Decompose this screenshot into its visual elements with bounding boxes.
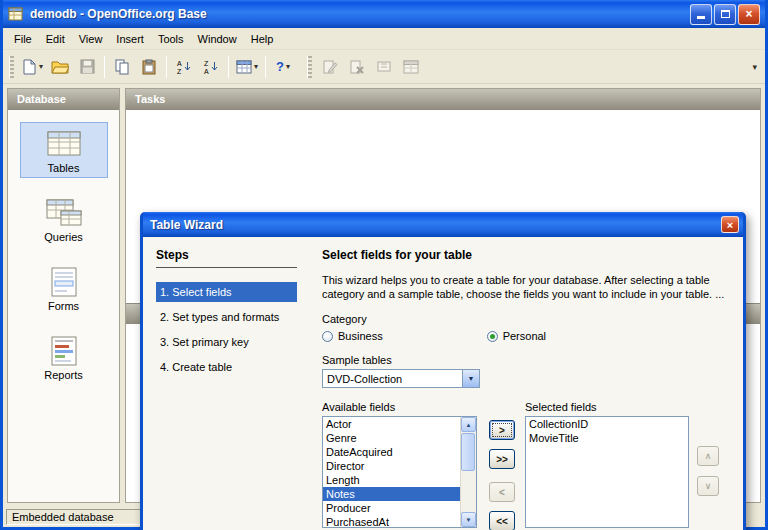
svg-text:Z: Z [204,60,209,67]
form-object-button[interactable]: ▾ [233,54,261,80]
window-titlebar[interactable]: demodb - OpenOffice.org Base × [3,0,765,28]
sidebar-item-label: Queries [44,231,83,243]
sort-descending-button[interactable]: Z A [198,54,224,80]
scrollbar-track[interactable] [461,432,476,512]
radio-personal-circle-icon[interactable] [487,331,498,342]
app-icon [8,6,25,23]
menu-view[interactable]: View [72,30,110,48]
help-button[interactable]: ? ▾ [270,54,296,80]
menu-tools[interactable]: Tools [151,30,191,48]
list-item[interactable]: Director [323,459,460,473]
scroll-up-icon[interactable]: ▲ [461,417,476,432]
list-item[interactable]: MovieTitle [526,431,688,445]
list-item[interactable]: Length [323,473,460,487]
sidebar-item-label: Forms [48,300,79,312]
minimize-button[interactable] [690,4,712,25]
queries-icon [43,197,85,229]
sort-ascending-button[interactable]: A Z [171,54,197,80]
menu-window[interactable]: Window [191,30,244,48]
radio-personal[interactable]: Personal [487,330,546,342]
sidebar-item-queries[interactable]: Queries [20,191,108,247]
wizard-step-1[interactable]: 1. Select fields [156,282,297,302]
sort-descending-icon: Z A [203,59,219,75]
open-database-object-button[interactable] [398,54,424,80]
open-button[interactable] [47,54,73,80]
menu-file[interactable]: File [7,30,39,48]
save-icon [80,59,95,74]
sort-ascending-icon: A Z [176,59,192,75]
toolbar-separator [104,56,105,78]
selected-fields-label: Selected fields [525,401,689,413]
dialog-titlebar[interactable]: Table Wizard × [143,212,743,237]
sidebar-item-label: Tables [48,162,80,174]
close-button[interactable]: × [738,4,760,25]
add-field-button[interactable]: > [489,420,515,440]
list-item[interactable]: Producer [323,501,460,515]
dialog-title: Table Wizard [150,218,721,232]
list-item-selected[interactable]: Notes [323,487,460,501]
scrollbar-thumb[interactable] [461,433,475,471]
list-item[interactable]: Actor [323,417,460,431]
remove-field-button[interactable]: < [489,482,515,502]
new-document-dropdown-icon[interactable]: ▾ [39,62,43,71]
dialog-close-button[interactable]: × [721,216,739,233]
wizard-step-2[interactable]: 2. Set types and formats [156,307,297,327]
database-panel: Database Tables [7,88,120,503]
list-item[interactable]: Genre [323,431,460,445]
scroll-down-icon[interactable]: ▼ [461,512,476,527]
menu-bar: File Edit View Insert Tools Window Help [3,28,765,50]
available-fields-listbox[interactable]: Actor Genre DateAcquired Director Length… [322,416,477,528]
wizard-step-4[interactable]: 4. Create table [156,357,297,377]
sample-tables-combobox[interactable]: DVD-Collection ▼ [322,369,480,388]
sidebar-item-label: Reports [44,369,83,381]
toolbar-overflow-icon[interactable]: ▾ [748,62,761,72]
save-button[interactable] [74,54,100,80]
radio-business-label: Business [338,330,383,342]
delete-object-button[interactable] [344,54,370,80]
steps-header: Steps [156,248,297,268]
menu-edit[interactable]: Edit [39,30,72,48]
object-toolbar-grip[interactable] [307,56,312,78]
database-panel-body: Tables [8,110,119,502]
help-dropdown-icon[interactable]: ▾ [286,62,290,71]
wizard-step-3[interactable]: 3. Set primary key [156,332,297,352]
radio-personal-label: Personal [503,330,546,342]
list-item[interactable]: DateAcquired [323,445,460,459]
svg-text:A: A [204,68,209,75]
move-down-button[interactable]: ∨ [697,476,719,496]
sidebar-item-reports[interactable]: Reports [20,329,108,385]
form-object-icon [236,60,252,74]
edit-object-icon [322,59,338,75]
selected-fields-listbox[interactable]: CollectionID MovieTitle [525,416,689,528]
toolbar: ▾ [3,50,765,84]
delete-object-icon [349,59,365,75]
wizard-steps-panel: Steps 1. Select fields 2. Set types and … [143,237,305,530]
menu-insert[interactable]: Insert [109,30,151,48]
minimize-icon [697,11,705,19]
copy-button[interactable] [109,54,135,80]
toolbar-grip[interactable] [9,56,14,78]
new-document-button[interactable]: ▾ [19,54,46,80]
list-item[interactable]: PurchasedAt [323,515,460,528]
edit-object-button[interactable] [317,54,343,80]
rename-object-button[interactable] [371,54,397,80]
sidebar-item-forms[interactable]: Forms [20,260,108,316]
list-item[interactable]: CollectionID [526,417,688,431]
category-label: Category [322,313,732,325]
radio-business[interactable]: Business [322,330,383,342]
sidebar-item-tables[interactable]: Tables [20,122,108,178]
radio-business-circle-icon[interactable] [322,331,333,342]
combo-dropdown-icon[interactable]: ▼ [462,370,479,387]
move-up-button[interactable]: ∧ [697,446,719,466]
remove-all-fields-button[interactable]: << [489,511,515,530]
maximize-button[interactable] [714,4,736,25]
form-object-dropdown-icon[interactable]: ▾ [254,62,258,71]
add-all-fields-button[interactable]: >> [489,449,515,469]
svg-text:A: A [177,60,182,67]
copy-icon [114,59,130,75]
open-icon [51,60,69,74]
vertical-scrollbar[interactable]: ▲ ▼ [460,417,476,527]
menu-help[interactable]: Help [244,30,281,48]
toolbar-separator [166,56,167,78]
paste-button[interactable] [136,54,162,80]
